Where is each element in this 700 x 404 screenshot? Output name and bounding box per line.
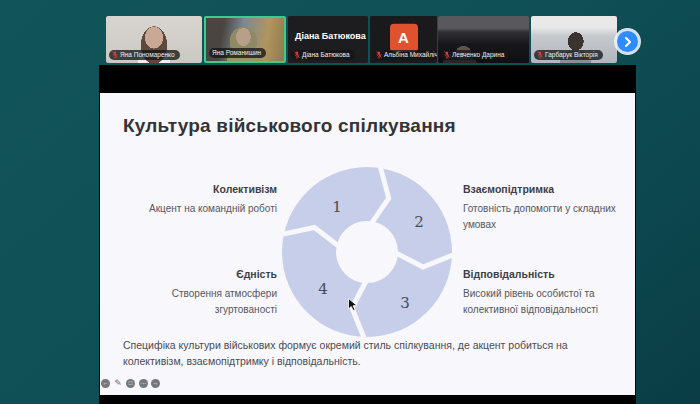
participant-avatar: А bbox=[390, 23, 418, 51]
participant-name: Діана Батюкова bbox=[302, 51, 350, 59]
participant-name: Яна Романишин bbox=[212, 49, 261, 57]
segment-number: 4 bbox=[318, 280, 328, 298]
cycle-donut bbox=[282, 167, 452, 337]
presentation-slide: Культура військового спілкування 1 2 3 4… bbox=[100, 93, 635, 395]
next-participants-button[interactable] bbox=[617, 31, 638, 52]
cycle-label-desc: Готовність допомогти у складних умовах bbox=[463, 203, 616, 230]
pen-tool-button[interactable]: ✎ bbox=[114, 379, 123, 388]
mic-muted-icon bbox=[294, 51, 300, 59]
more-options-button[interactable]: ⋯ bbox=[139, 379, 148, 388]
segment-number: 1 bbox=[332, 198, 342, 216]
chevron-right-icon bbox=[624, 37, 632, 47]
slideshow-control-bar: ← ✎ □ ⋯ → bbox=[101, 379, 160, 388]
meeting-window: Яна Пономаренко Яна Романишин Діана Батю… bbox=[0, 0, 700, 404]
mic-muted-icon bbox=[537, 51, 543, 59]
cycle-label-title: Єдність bbox=[123, 266, 277, 282]
participant-nameplate: Яна Пономаренко bbox=[109, 50, 180, 60]
previous-slide-button[interactable]: ← bbox=[101, 379, 110, 388]
participant-name: Левченко Дарина bbox=[452, 51, 504, 59]
cycle-label-desc: Високий рівень особистої та колективної … bbox=[463, 288, 598, 315]
participant-name: Гарбарук Вікторія bbox=[545, 51, 598, 59]
participant-tile[interactable]: А Альбіна Михайліченко bbox=[370, 16, 437, 63]
slide-footer-text: Специфіка культури військових формує окр… bbox=[123, 338, 617, 370]
participant-tile-active-speaker[interactable]: Яна Романишин bbox=[204, 16, 286, 63]
mouse-cursor bbox=[348, 298, 358, 312]
participant-nameplate: Гарбарук Вікторія bbox=[534, 50, 603, 60]
participant-tile[interactable]: Гарбарук Вікторія bbox=[531, 16, 617, 63]
participant-tile[interactable]: Левченко Дарина bbox=[438, 16, 529, 63]
slide-title: Культура військового спілкування bbox=[123, 115, 456, 137]
cycle-label-desc: Акцент на командній роботі bbox=[149, 203, 277, 214]
participant-display-name: Діана Батюкова bbox=[295, 31, 366, 41]
mic-muted-icon bbox=[444, 51, 450, 59]
cycle-label-mutual-support: Взаємопідтримка Готовність допомогти у с… bbox=[463, 181, 638, 232]
segment-number: 2 bbox=[414, 213, 424, 231]
participant-name: Яна Пономаренко bbox=[120, 51, 175, 59]
mic-muted-icon bbox=[376, 51, 382, 59]
participant-nameplate: Яна Романишин bbox=[209, 48, 266, 58]
participant-nameplate: Альбіна Михайліченко bbox=[373, 50, 437, 60]
participant-nameplate: Діана Батюкова bbox=[291, 50, 355, 60]
cycle-diagram: 1 2 3 4 bbox=[277, 162, 457, 342]
cycle-label-collectivism: Колективізм Акцент на командній роботі bbox=[123, 181, 277, 217]
participant-tile[interactable]: Діана Батюкова Діана Батюкова bbox=[288, 16, 368, 63]
participant-nameplate: Левченко Дарина bbox=[441, 50, 509, 60]
segment-number: 3 bbox=[400, 294, 410, 312]
mic-muted-icon bbox=[112, 51, 118, 59]
next-slide-button[interactable]: → bbox=[151, 379, 160, 388]
participant-name: Альбіна Михайліченко bbox=[384, 51, 437, 59]
cycle-label-unity: Єдність Створення атмосфери згуртованост… bbox=[123, 266, 277, 317]
slides-view-button[interactable]: □ bbox=[126, 379, 135, 388]
screen-share-region: Культура військового спілкування 1 2 3 4… bbox=[99, 65, 636, 404]
cycle-label-desc: Створення атмосфери згуртованості bbox=[172, 288, 277, 315]
cycle-label-responsibility: Відповідальність Високий рівень особисто… bbox=[463, 266, 638, 317]
cycle-label-title: Взаємопідтримка bbox=[463, 181, 638, 197]
participant-tile[interactable]: Яна Пономаренко bbox=[106, 16, 202, 63]
cycle-label-title: Відповідальність bbox=[463, 266, 638, 282]
cycle-label-title: Колективізм bbox=[123, 181, 277, 197]
